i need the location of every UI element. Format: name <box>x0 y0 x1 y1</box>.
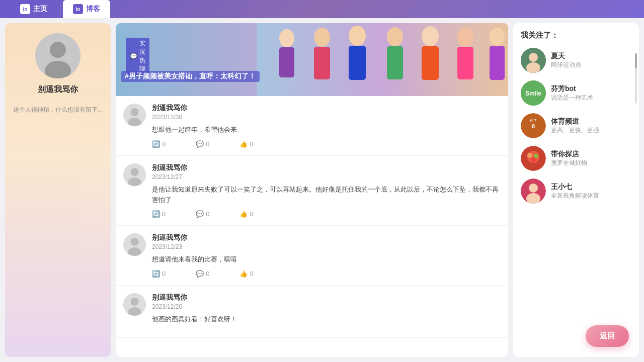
follow-avatar <box>521 48 546 73</box>
center-feed: 💬 实况热聊 #男子频频被美女搭讪，直呼：太科幻了！ 别逼我骂你 <box>116 23 508 357</box>
follow-info: 带你探店 搜罗全城好物 <box>551 150 631 167</box>
post-content: 别逼我骂你 2023/12/30 想跟他一起跨年，希望他会来 🔄 0 💬 0 <box>152 104 501 148</box>
like-count: 0 <box>250 140 253 148</box>
nav-blog-label: 博客 <box>86 5 100 14</box>
home-logo: in <box>20 4 30 14</box>
left-sidebar: 别逼我骂你 这个人很神秘，什么也没有留下... <box>5 23 111 357</box>
like-icon: 👍 <box>239 140 248 148</box>
svg-point-16 <box>490 28 505 46</box>
post-date: 2023/12/27 <box>152 173 501 180</box>
nav-divider <box>60 4 60 14</box>
comment-button[interactable]: 💬 0 <box>196 270 209 278</box>
post-date: 2023/12/30 <box>152 114 501 121</box>
like-count: 0 <box>250 210 253 218</box>
svg-point-40 <box>527 153 532 158</box>
svg-point-45 <box>526 193 540 204</box>
follow-avatar <box>521 146 546 171</box>
post-avatar <box>123 163 146 186</box>
profile-bio: 这个人很神秘，什么也没有留下... <box>13 105 103 114</box>
svg-rect-13 <box>422 46 439 80</box>
svg-rect-7 <box>314 47 330 79</box>
follow-desc: 全新视角解读体育 <box>551 192 631 200</box>
post-item: 别逼我骂你 2023/12/27 是他让我知道原来失败了可以一笑了之，可以再站起… <box>116 156 508 226</box>
follow-avatar: Smile <box>521 80 546 106</box>
comment-icon: 💬 <box>196 210 204 218</box>
follow-desc: 更高、更快、更强 <box>551 126 631 135</box>
comment-count: 0 <box>206 140 209 148</box>
svg-text:Smile: Smile <box>525 90 541 97</box>
post-actions: 🔄 0 💬 0 👍 0 <box>152 140 501 148</box>
repost-button[interactable]: 🔄 0 <box>152 140 166 148</box>
svg-point-41 <box>534 154 538 158</box>
banner-figures <box>257 23 508 96</box>
posts-container: 别逼我骂你 2023/12/30 想跟他一起跨年，希望他会来 🔄 0 💬 0 <box>116 96 508 357</box>
banner[interactable]: 💬 实况热聊 #男子频频被美女搭讪，直呼：太科幻了！ <box>116 23 508 96</box>
like-count: 0 <box>250 270 253 278</box>
follow-name: 带你探店 <box>551 150 631 159</box>
svg-point-44 <box>529 184 538 193</box>
svg-point-32 <box>526 62 540 73</box>
post-actions: 🔄 0 💬 0 👍 0 <box>152 210 501 218</box>
follow-item[interactable]: 6 7 8 体育频道 更高、更快、更强 <box>521 113 631 138</box>
svg-point-31 <box>529 53 538 62</box>
comment-button[interactable]: 💬 0 <box>196 210 209 218</box>
follow-item[interactable]: 王小七 全新视角解读体育 <box>521 178 631 204</box>
svg-point-19 <box>131 108 139 116</box>
comment-button[interactable]: 💬 0 <box>196 140 209 148</box>
post-text: 想邀请他来看我的比赛，嘻嘻 <box>152 254 501 265</box>
repost-button[interactable]: 🔄 0 <box>152 270 166 278</box>
follow-info: 夏天 网球运动员 <box>551 52 631 69</box>
follow-name: 王小七 <box>551 183 631 192</box>
nav-home[interactable]: in 主页 <box>10 0 57 18</box>
svg-rect-11 <box>387 46 403 79</box>
nav-home-label: 主页 <box>33 5 47 14</box>
follow-desc: 网球运动员 <box>551 61 631 69</box>
like-icon: 👍 <box>239 210 248 218</box>
follow-item[interactable]: Smile 芬芳bot 说话是一种艺术 <box>521 80 631 106</box>
repost-count: 0 <box>162 210 166 218</box>
repost-icon: 🔄 <box>152 270 160 278</box>
post-content: 别逼我骂你 2023/12/23 想邀请他来看我的比赛，嘻嘻 🔄 0 💬 0 <box>152 233 501 278</box>
like-button[interactable]: 👍 0 <box>239 270 253 278</box>
svg-rect-5 <box>279 47 294 77</box>
svg-rect-17 <box>490 46 505 80</box>
svg-point-14 <box>457 28 473 47</box>
post-author: 别逼我骂你 <box>152 233 501 242</box>
svg-point-42 <box>531 157 536 162</box>
follow-item[interactable]: 带你探店 搜罗全城好物 <box>521 146 631 171</box>
follow-desc: 搜罗全城好物 <box>551 159 631 167</box>
following-title: 我关注了： <box>521 31 631 40</box>
post-date: 2023/12/23 <box>152 243 501 250</box>
banner-figures-svg <box>257 23 508 96</box>
return-button[interactable]: 返回 <box>586 325 629 347</box>
post-item: 别逼我骂你 2023/12/20 他画的画真好看！好喜欢呀！ <box>116 286 508 338</box>
like-icon: 👍 <box>239 270 248 278</box>
comment-count: 0 <box>206 210 209 218</box>
svg-point-4 <box>279 29 294 47</box>
chat-icon: 💬 <box>130 53 137 60</box>
repost-button[interactable]: 🔄 0 <box>152 210 166 218</box>
nav-blog[interactable]: in 博客 <box>63 0 110 18</box>
svg-point-25 <box>131 238 139 246</box>
post-author: 别逼我骂你 <box>152 293 501 302</box>
post-text: 是他让我知道原来失败了可以一笑了之，可以再站起来。他好像是托住我的一个底，从此以… <box>152 185 501 206</box>
post-content: 别逼我骂你 2023/12/20 他画的画真好看！好喜欢呀！ <box>152 293 501 330</box>
post-avatar <box>123 104 146 126</box>
svg-rect-9 <box>349 46 366 80</box>
svg-point-28 <box>131 298 139 306</box>
comment-icon: 💬 <box>196 270 204 278</box>
follow-name: 体育频道 <box>551 117 631 126</box>
svg-text:6 7: 6 7 <box>530 118 537 123</box>
repost-count: 0 <box>162 270 166 278</box>
svg-text:8: 8 <box>532 123 535 129</box>
like-button[interactable]: 👍 0 <box>239 140 253 148</box>
like-button[interactable]: 👍 0 <box>239 210 253 218</box>
post-author: 别逼我骂你 <box>152 104 501 113</box>
follow-avatar <box>521 178 546 204</box>
follow-item[interactable]: 夏天 网球运动员 <box>521 48 631 73</box>
repost-icon: 🔄 <box>152 210 160 218</box>
top-navigation: in 主页 in 博客 <box>0 0 644 18</box>
right-sidebar: 我关注了： 夏天 网球运动员 Smile <box>513 23 639 357</box>
svg-point-8 <box>349 26 366 46</box>
follow-avatar: 6 7 8 <box>521 113 546 138</box>
